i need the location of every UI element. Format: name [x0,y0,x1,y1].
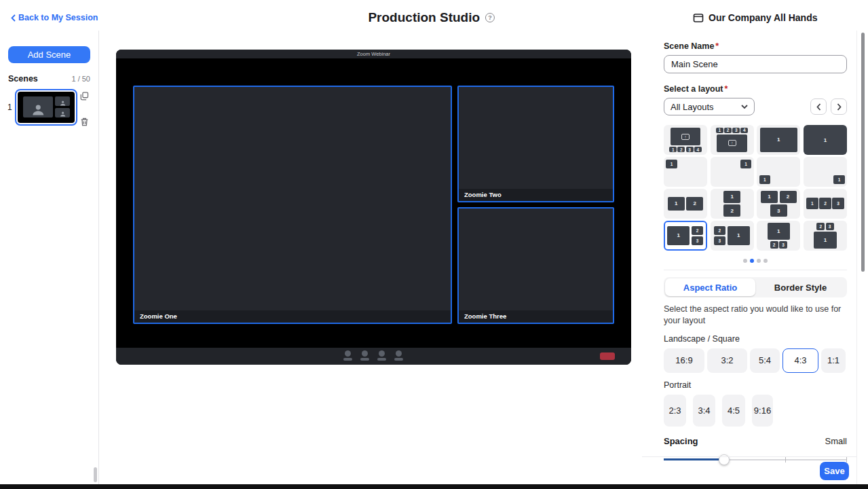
ratio-5-4-button[interactable]: 5:4 [750,348,780,373]
ratio-16-9-button[interactable]: 16:9 [664,348,704,373]
layout-box: 3 [779,241,787,249]
sidebar-scrollbar-thumb[interactable] [94,467,97,482]
panel-scrollbar-track [856,31,857,484]
layout-option-two-side-by-side[interactable]: 12 [664,189,707,219]
add-scene-button[interactable]: Add Scene [8,46,90,63]
thumb-main-video [23,96,53,117]
required-marker: * [715,41,719,51]
layouts-next-button[interactable] [831,98,847,115]
layout-box: 4 [740,128,748,134]
layout-box: 2 [692,226,703,235]
layout-box: 2 [816,223,825,230]
spacing-value: Small [825,436,847,446]
slider-fill [664,458,724,460]
layout-option-three-pyramid[interactable]: 123 [757,189,800,219]
layout-option-two-left-one-large[interactable]: 231 [711,221,754,251]
layout-filter-dropdown[interactable]: All Layouts [664,98,755,115]
scene-name-label: Scene Name* [664,41,847,51]
tab-border-style[interactable]: Border Style [755,278,846,296]
layout-option-single-inset[interactable]: 1 [757,125,800,155]
layout-box: 1 [833,175,845,184]
layout-box: 1 [814,232,836,249]
help-icon[interactable]: ? [485,13,495,22]
scene-name-input[interactable] [664,55,847,73]
portrait-options-row: 2:3 3:4 4:5 9:16 [664,395,847,427]
person-icon [58,100,68,107]
select-layout-label-text: Select a layout [664,84,723,94]
layout-page-dot-2[interactable] [750,259,754,263]
ratio-9-16-button[interactable]: 9:16 [752,395,773,427]
back-to-session-link[interactable]: Back to My Session [11,13,98,22]
ratio-4-3-button[interactable]: 4:3 [782,348,818,373]
back-link-label: Back to My Session [18,13,98,22]
layout-box: 2 [819,198,831,209]
layout-option-one-large-two-bottom[interactable]: 123 [757,221,800,251]
layout-option-three-row[interactable]: 123 [804,189,847,219]
preview-toolbar-icons [343,350,403,361]
layout-page-dot-3[interactable] [757,259,761,263]
layout-pager [810,98,847,115]
layout-option-pip-bottom-right[interactable]: 1 [804,157,847,187]
panel-scrollbar-thumb[interactable] [861,33,865,272]
scene-thumbnail[interactable] [15,89,77,126]
participant-icon [343,350,352,361]
layout-box: 1 [760,128,797,153]
record-indicator [600,352,615,360]
slider-tick [785,457,786,463]
ratio-1-1-button[interactable]: 1:1 [821,348,846,373]
footer-divider [642,456,856,457]
layout-box: 1 [804,125,847,155]
layout-box: 2 [686,197,703,210]
layout-option-single-full[interactable]: 1 [804,125,847,155]
thumb-small-video-1 [55,96,70,106]
chevron-down-icon [741,105,748,109]
layout-option-pip-top-right[interactable]: 1 [711,157,754,187]
layout-box: 1 [728,226,750,245]
layout-option-share-strip-bottom[interactable]: ↑1234 [664,125,707,155]
layout-page-dot-1[interactable] [743,259,747,263]
save-button[interactable]: Save [820,462,849,480]
share-screen-icon: ↑ [681,134,690,140]
layout-option-two-stacked[interactable]: 12 [711,189,754,219]
chevron-left-icon [816,103,821,111]
video-tile-zoomie-three[interactable]: Zoomie Three [457,207,614,324]
layout-box: 1 [716,128,723,134]
preview-window-title: Zoom Webinar [357,51,390,57]
preview-toolbar [116,348,631,365]
page-title-text: Production Studio [368,10,480,25]
layout-option-two-top-one-large[interactable]: 231 [804,221,847,251]
layout-box: 3 [732,128,740,134]
bottom-black-bar [0,484,868,489]
video-tile-zoomie-two[interactable]: Zoomie Two [457,86,614,202]
layout-box: 2 [770,241,778,249]
ratio-3-4-button[interactable]: 3:4 [693,395,715,427]
layout-box: 2 [677,147,685,153]
layout-option-pip-top-left[interactable]: 1 [664,157,707,187]
delete-scene-button[interactable] [80,117,89,126]
video-tile-zoomie-one[interactable]: Zoomie One [133,86,452,324]
tab-aspect-ratio[interactable]: Aspect Ratio [665,278,755,296]
layout-box: 3 [770,204,788,217]
layout-option-one-large-two-right[interactable]: 123 [664,221,707,251]
layout-option-pip-bottom-left[interactable]: 1 [757,157,800,187]
duplicate-scene-button[interactable] [80,91,89,100]
participant-icon [377,350,386,361]
layout-box: 1 [768,223,790,240]
layout-box: ↑ [717,134,747,152]
layout-box: 2 [714,226,725,235]
layout-option-strip-top-share[interactable]: 1234↑ [711,125,754,155]
ratio-2-3-button[interactable]: 2:3 [664,395,686,427]
layouts-prev-button[interactable] [810,98,827,115]
person-icon [28,103,49,117]
scene-name-label-text: Scene Name [664,41,714,51]
layout-box: 1 [806,198,818,209]
ratio-4-5-button[interactable]: 4:5 [722,395,745,427]
layout-page-dot-4[interactable] [763,259,768,263]
sidebar-divider [98,31,99,484]
thumb-small-video-2 [55,108,70,117]
video-tile-label: Zoomie Three [459,310,613,323]
preview-window-titlebar: Zoom Webinar [116,50,631,58]
person-icon [58,111,68,117]
ratio-3-2-button[interactable]: 3:2 [707,348,747,373]
scene-settings-panel: Scene Name* Select a layout* All Layouts… [664,41,847,465]
